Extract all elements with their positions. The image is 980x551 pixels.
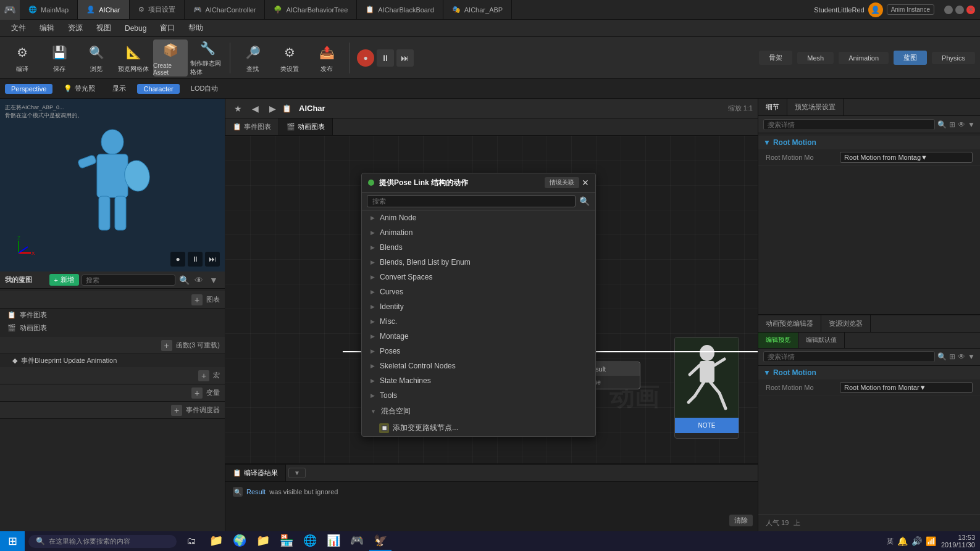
result-link[interactable]: Result [246, 488, 266, 495]
context-close-btn[interactable]: ✕ [582, 178, 589, 188]
functions-add-button[interactable]: + [161, 340, 172, 351]
maximize-button[interactable]: □ [955, 6, 964, 14]
lighting-btn[interactable]: 💡 带光照 [57, 83, 101, 94]
context-item-convert[interactable]: Convert Spaces [362, 270, 595, 284]
context-item-blends-enum[interactable]: Blends, Blend List by Enum [362, 255, 595, 270]
menu-help[interactable]: 帮助 [182, 20, 209, 36]
taskbar-app-game[interactable]: 🎮 [346, 531, 368, 551]
context-link-btn[interactable]: 情境关联 [545, 177, 579, 188]
context-sub-add-node[interactable]: 🔲 添加变更路线节点... [362, 420, 595, 436]
animation-button[interactable]: Animation [839, 52, 889, 64]
canvas-area[interactable]: 提供Pose Link 结构的动作 情境关联 ✕ 🔍 Anim Node [225, 136, 758, 463]
tab-behaviortree[interactable]: 🌳 AICharBehaviorTree [265, 0, 357, 19]
tab-mainmap[interactable]: 🌐 MainMap [20, 0, 78, 19]
show-btn[interactable]: 显示 [106, 83, 132, 94]
blueprint-button[interactable]: 蓝图 [894, 51, 927, 65]
browse-button[interactable]: 🔍 浏览 [79, 39, 114, 77]
dispatchers-add-button[interactable]: + [171, 405, 182, 416]
tab-aichar[interactable]: 👤 AIChar [78, 0, 129, 19]
anim-graph-item[interactable]: 🎬 动画图表 [0, 321, 225, 334]
taskbar-search[interactable]: 🔍 在这里输入你要搜索的内容 [28, 535, 177, 548]
filter-icon[interactable]: ▼ [207, 274, 220, 286]
volume-icon[interactable]: 🔊 [911, 536, 922, 546]
viewport[interactable]: 正在将AIChar_ABP_0... 骨骼在这个模式中是被调用的。 [0, 99, 225, 271]
lod-btn[interactable]: LOD自动 [185, 83, 225, 94]
blueprint-search-input[interactable] [82, 275, 175, 286]
taskbar-view-btn[interactable]: 🗂 [180, 531, 203, 551]
search-icon-btn[interactable]: 🔍 [937, 120, 947, 129]
root-motion-dropdown[interactable]: Root Motion from Montag▼ [840, 152, 973, 163]
record-button[interactable]: ● [357, 49, 374, 67]
lang-icon[interactable]: 英 [887, 537, 894, 546]
viewport-pause-btn[interactable]: ⏸ [188, 252, 203, 267]
search-submit-icon[interactable]: 🔍 [178, 274, 190, 286]
edit-preview-tab[interactable]: 编辑预览 [758, 333, 798, 348]
create-asset-button[interactable]: 📦 Create Asset [153, 39, 188, 77]
taskbar-app-store[interactable]: 🏪 [275, 531, 298, 551]
physics-button[interactable]: Physics [932, 52, 975, 64]
lower-more-icon[interactable]: ▼ [968, 352, 975, 361]
class-settings-button[interactable]: ⚙ 类设置 [272, 39, 307, 77]
menu-edit[interactable]: 编辑 [33, 20, 61, 36]
star-button[interactable]: ★ [230, 101, 245, 116]
context-item-identity[interactable]: Identity [362, 299, 595, 314]
macros-add-button[interactable]: + [198, 370, 209, 381]
context-search-input[interactable] [367, 195, 576, 207]
minimize-button[interactable]: _ [944, 6, 953, 14]
eye-btn[interactable]: 👁 [958, 120, 965, 129]
save-button[interactable]: 💾 保存 [42, 39, 77, 77]
anim-graph-tab[interactable]: 🎬 动画图表 [279, 118, 333, 135]
variables-add-button[interactable]: + [191, 387, 203, 399]
static-mesh-button[interactable]: 🔧 制作静态网格体 [190, 39, 225, 77]
tab-project-settings[interactable]: ⚙ 项目设置 [130, 0, 185, 19]
taskbar-app-chrome[interactable]: 🌐 [299, 531, 321, 551]
viewport-next-btn[interactable]: ⏭ [205, 252, 220, 267]
lower-eye-icon[interactable]: 👁 [958, 352, 965, 361]
menu-asset[interactable]: 资源 [62, 20, 89, 36]
context-item-tools[interactable]: Tools [362, 388, 595, 403]
event-graph-tab[interactable]: 📋 事件图表 [225, 118, 279, 135]
taskbar-app-powerpoint[interactable]: 📊 [322, 531, 345, 551]
context-item-statemachines[interactable]: State Machines [362, 373, 595, 388]
viewport-record-btn[interactable]: ● [170, 252, 185, 267]
lower-grid-icon[interactable]: ⊞ [949, 352, 955, 361]
mesh-button[interactable]: Mesh [797, 52, 834, 64]
asset-browser-tab[interactable]: 资源浏览器 [821, 315, 871, 332]
taskbar-app-explorer[interactable]: 📁 [205, 531, 227, 551]
skeleton-button[interactable]: 骨架 [759, 51, 792, 65]
perspective-btn[interactable]: Perspective [5, 84, 52, 94]
context-item-poses[interactable]: Poses [362, 344, 595, 358]
context-item-blendspace[interactable]: 混合空间 [362, 403, 595, 420]
compiler-filter-btn[interactable]: ▼ [288, 468, 306, 478]
context-item-blends[interactable]: Blends [362, 240, 595, 255]
graphs-add-button[interactable]: + [191, 294, 203, 305]
menu-window[interactable]: 窗口 [154, 20, 181, 36]
anim-preview-editor-tab[interactable]: 动画预览编辑器 [758, 315, 821, 332]
character-btn[interactable]: Character [137, 84, 179, 94]
tab-blackboard[interactable]: 📋 AICharBlackBoard [357, 0, 443, 19]
context-item-misc[interactable]: Misc. [362, 314, 595, 329]
context-item-skeletal[interactable]: Skeletal Control Nodes [362, 358, 595, 373]
next-frame-button[interactable]: ⏭ [396, 49, 414, 67]
event-graph-item[interactable]: 📋 事件图表 [0, 309, 225, 321]
tab-aicharcontroller[interactable]: 🎮 AICharController [185, 0, 266, 19]
forward-button[interactable]: ▶ [265, 101, 280, 116]
preview-settings-tab[interactable]: 预览场景设置 [787, 99, 844, 115]
add-new-button[interactable]: + 新增 [49, 274, 79, 286]
compiler-results-tab[interactable]: 📋 编译器结果 [225, 465, 286, 481]
back-button[interactable]: ◀ [248, 101, 262, 116]
tab-abp[interactable]: 🎭 AIChar_ABP [443, 0, 512, 19]
network-icon[interactable]: 📶 [926, 536, 936, 546]
asset-search-input[interactable] [763, 351, 935, 362]
details-tab[interactable]: 细节 [758, 99, 787, 115]
compile-button[interactable]: ⚙ 编译 [5, 39, 40, 77]
preview-mesh-button[interactable]: 📐 预览网格体 [116, 39, 151, 77]
lower-search-icon[interactable]: 🔍 [937, 352, 947, 361]
menu-view[interactable]: 视图 [90, 20, 117, 36]
taskbar-app-files[interactable]: 📁 [252, 531, 274, 551]
taskbar-app-ue[interactable]: 🦅 [369, 531, 392, 551]
context-item-animnode[interactable]: Anim Node [362, 210, 595, 225]
details-search-input[interactable] [763, 119, 935, 130]
lower-root-motion-dropdown[interactable]: Root Motion from Montar▼ [840, 382, 973, 393]
context-item-montage[interactable]: Montage [362, 329, 595, 344]
